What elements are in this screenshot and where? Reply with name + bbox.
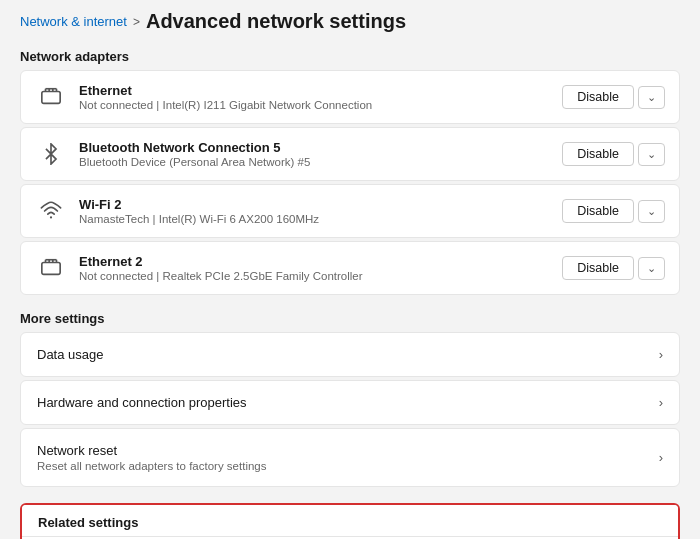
ethernet2-icon [35, 252, 67, 284]
adapter-name-ethernet: Ethernet [79, 83, 562, 98]
hardware-chevron-icon: › [659, 395, 663, 410]
svg-point-6 [50, 216, 52, 218]
svg-rect-0 [42, 92, 60, 104]
adapter-controls-bluetooth: Disable ⌄ [562, 142, 665, 166]
adapter-name-bluetooth: Bluetooth Network Connection 5 [79, 140, 562, 155]
settings-item-hardware[interactable]: Hardware and connection properties › [20, 380, 680, 425]
adapter-info-ethernet2: Ethernet 2 Not connected | Realtek PCIe … [79, 254, 562, 282]
ethernet-icon [35, 81, 67, 113]
settings-item-network-reset[interactable]: Network reset Reset all network adapters… [20, 428, 680, 487]
settings-item-network-reset-desc: Reset all network adapters to factory se… [37, 460, 659, 472]
settings-item-data-usage[interactable]: Data usage › [20, 332, 680, 377]
adapter-card-ethernet2: Ethernet 2 Not connected | Realtek PCIe … [20, 241, 680, 295]
related-settings-header: Related settings [22, 505, 678, 537]
page-container: Network & internet > Advanced network se… [0, 0, 700, 539]
breadcrumb-separator: > [133, 15, 140, 29]
settings-item-data-usage-content: Data usage [37, 347, 659, 362]
settings-item-network-reset-content: Network reset Reset all network adapters… [37, 443, 659, 472]
adapter-info-bluetooth: Bluetooth Network Connection 5 Bluetooth… [79, 140, 562, 168]
expand-button-wifi2[interactable]: ⌄ [638, 200, 665, 223]
adapter-card-wifi2: Wi-Fi 2 NamasteTech | Intel(R) Wi-Fi 6 A… [20, 184, 680, 238]
adapter-info-ethernet: Ethernet Not connected | Intel(R) I211 G… [79, 83, 562, 111]
adapter-name-wifi2: Wi-Fi 2 [79, 197, 562, 212]
breadcrumb: Network & internet > Advanced network se… [20, 10, 680, 33]
adapter-desc-wifi2: NamasteTech | Intel(R) Wi-Fi 6 AX200 160… [79, 213, 562, 225]
adapter-desc-ethernet: Not connected | Intel(R) I211 Gigabit Ne… [79, 99, 562, 111]
svg-rect-7 [42, 263, 60, 275]
adapter-desc-bluetooth: Bluetooth Device (Personal Area Network)… [79, 156, 562, 168]
disable-button-wifi2[interactable]: Disable [562, 199, 634, 223]
adapter-controls-ethernet: Disable ⌄ [562, 85, 665, 109]
related-settings-section: Related settings More network adapter op… [20, 503, 680, 539]
adapter-card-ethernet: Ethernet Not connected | Intel(R) I211 G… [20, 70, 680, 124]
adapter-card-bluetooth: Bluetooth Network Connection 5 Bluetooth… [20, 127, 680, 181]
adapter-name-ethernet2: Ethernet 2 [79, 254, 562, 269]
breadcrumb-parent[interactable]: Network & internet [20, 14, 127, 29]
disable-button-ethernet[interactable]: Disable [562, 85, 634, 109]
adapter-desc-ethernet2: Not connected | Realtek PCIe 2.5GbE Fami… [79, 270, 562, 282]
expand-button-ethernet[interactable]: ⌄ [638, 86, 665, 109]
settings-item-network-reset-name: Network reset [37, 443, 659, 458]
wifi-icon [35, 195, 67, 227]
adapter-controls-ethernet2: Disable ⌄ [562, 256, 665, 280]
disable-button-ethernet2[interactable]: Disable [562, 256, 634, 280]
adapter-info-wifi2: Wi-Fi 2 NamasteTech | Intel(R) Wi-Fi 6 A… [79, 197, 562, 225]
page-title: Advanced network settings [146, 10, 406, 33]
adapters-section-header: Network adapters [20, 49, 680, 64]
expand-button-ethernet2[interactable]: ⌄ [638, 257, 665, 280]
network-reset-chevron-icon: › [659, 450, 663, 465]
adapter-controls-wifi2: Disable ⌄ [562, 199, 665, 223]
bluetooth-icon [35, 138, 67, 170]
settings-item-hardware-content: Hardware and connection properties [37, 395, 659, 410]
network-adapters-section: Network adapters Ethernet Not connected … [20, 49, 680, 295]
settings-item-data-usage-name: Data usage [37, 347, 659, 362]
more-settings-section: More settings Data usage › Hardware and … [20, 311, 680, 487]
data-usage-chevron-icon: › [659, 347, 663, 362]
expand-button-bluetooth[interactable]: ⌄ [638, 143, 665, 166]
settings-item-hardware-name: Hardware and connection properties [37, 395, 659, 410]
disable-button-bluetooth[interactable]: Disable [562, 142, 634, 166]
more-settings-header: More settings [20, 311, 680, 326]
